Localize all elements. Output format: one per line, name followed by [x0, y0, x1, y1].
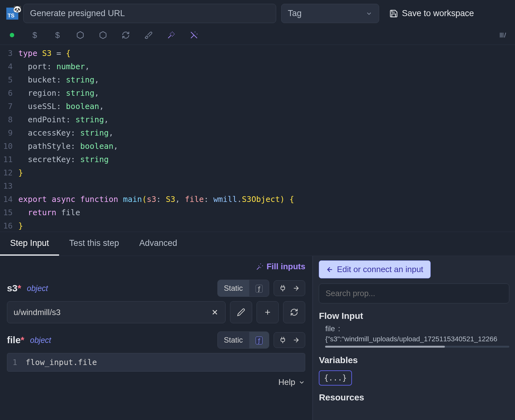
refresh-icon	[290, 308, 298, 316]
brush-icon[interactable]	[143, 30, 154, 40]
param-file-expression-input[interactable]: 1 flow_input.file	[7, 353, 305, 372]
expr-line-number: 1	[7, 358, 22, 367]
search-prop-input[interactable]	[319, 283, 509, 303]
save-button-label: Save to workspace	[402, 9, 474, 18]
param-s3-edit-button[interactable]	[230, 301, 252, 323]
chevron-down-icon	[366, 10, 373, 17]
tag-select[interactable]: Tag	[281, 4, 379, 23]
line-gutter: 345678910111213141516	[0, 47, 18, 232]
param-s3-label: s3* object	[7, 283, 48, 294]
header-bar: TS 🐼 Generate presigned URL Tag Save to …	[0, 0, 515, 27]
app-root: TS 🐼 Generate presigned URL Tag Save to …	[0, 0, 515, 420]
param-s3-connect-group[interactable]	[274, 280, 305, 296]
lower-panel: Fill inputs s3* object Static ƒ	[0, 256, 515, 420]
help-label: Help	[278, 377, 295, 387]
refresh-icon[interactable]	[121, 30, 131, 40]
flow-input-item-value: {"s3":"windmill_uploads/upload_172511534…	[319, 335, 509, 343]
param-file-static-button[interactable]: Static	[218, 332, 249, 348]
param-s3-refresh-button[interactable]	[283, 301, 305, 323]
connect-panel: Edit or connect an input Flow Input file…	[313, 256, 515, 420]
tag-select-label: Tag	[288, 9, 302, 18]
magic-wand-off-icon[interactable]	[189, 30, 199, 40]
script-title-input[interactable]: Generate presigned URL	[23, 4, 276, 23]
language-badge-text: TS	[8, 13, 15, 19]
editor-toolbar: $ $	[0, 27, 515, 45]
language-badge: TS 🐼	[6, 8, 18, 20]
plus-icon	[264, 308, 272, 316]
param-file-connect-group[interactable]	[274, 332, 305, 348]
param-s3-mode-group: Static ƒ	[217, 280, 270, 297]
panda-emoji-icon: 🐼	[13, 5, 21, 13]
arrow-right-icon	[292, 336, 300, 344]
magic-wand-icon[interactable]	[166, 30, 176, 40]
variables-expand-button[interactable]: {...}	[319, 370, 352, 386]
library-icon[interactable]	[498, 30, 508, 40]
arrow-left-icon	[326, 266, 334, 273]
code-content[interactable]: type S3 = { port: number, bucket: string…	[18, 47, 515, 232]
tab-test-step[interactable]: Test this step	[59, 232, 129, 256]
code-editor[interactable]: 345678910111213141516 type S3 = { port: …	[0, 45, 515, 232]
tab-advanced[interactable]: Advanced	[129, 232, 187, 256]
panel-tabs: Step Input Test this step Advanced	[0, 232, 515, 256]
param-s3-value-input[interactable]: u/windmill/s3	[7, 301, 226, 323]
plug-icon	[279, 284, 287, 292]
fill-inputs-button[interactable]: Fill inputs	[256, 262, 306, 271]
tab-step-input[interactable]: Step Input	[0, 232, 59, 256]
package-icon[interactable]	[75, 30, 85, 40]
param-s3: s3* object Static ƒ	[7, 280, 305, 323]
arrow-right-icon	[292, 284, 300, 292]
param-file-mode-group: Static ƒ	[217, 332, 270, 349]
save-icon	[389, 9, 398, 18]
param-s3-static-button[interactable]: Static	[218, 280, 249, 296]
dollar-icon[interactable]: $	[30, 30, 40, 40]
save-to-workspace-button[interactable]: Save to workspace	[384, 5, 479, 21]
help-button[interactable]: Help	[7, 377, 305, 387]
param-file: file* object Static ƒ	[7, 332, 305, 387]
flow-input-title: Flow Input	[319, 311, 509, 321]
edit-connect-label: Edit or connect an input	[337, 265, 423, 274]
step-input-panel: Fill inputs s3* object Static ƒ	[0, 256, 313, 420]
resources-title: Resources	[319, 393, 509, 403]
package-icon-2[interactable]	[98, 30, 108, 40]
param-file-label: file* object	[7, 335, 51, 345]
chevron-down-icon	[298, 379, 305, 386]
flow-input-item-file[interactable]: file:	[319, 324, 509, 333]
plug-icon	[279, 336, 287, 344]
status-indicator	[7, 30, 17, 40]
clear-icon[interactable]	[211, 308, 219, 316]
param-file-fx-button[interactable]: ƒ	[249, 332, 269, 348]
horizontal-scrollbar[interactable]	[325, 346, 509, 348]
edit-connect-button[interactable]: Edit or connect an input	[319, 260, 430, 278]
expr-text[interactable]: flow_input.file	[22, 353, 305, 371]
pencil-icon	[237, 308, 245, 316]
magic-wand-icon	[256, 263, 264, 271]
dollar-icon-2[interactable]: $	[52, 30, 63, 40]
param-s3-add-button[interactable]	[257, 301, 279, 323]
param-s3-fx-button[interactable]: ƒ	[249, 280, 269, 296]
fill-inputs-label: Fill inputs	[267, 262, 306, 271]
variables-title: Variables	[319, 355, 509, 365]
